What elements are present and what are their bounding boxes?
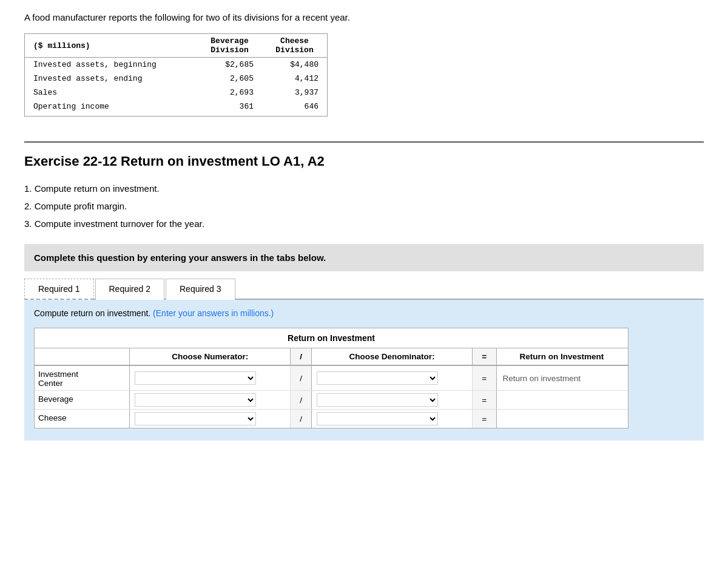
slash-cell: / <box>291 410 312 428</box>
roi-table-row: InvestmentCenter / = Return on investmen… <box>35 365 628 391</box>
numerator-select[interactable] <box>135 412 256 425</box>
result-cell: Return on investment <box>496 365 628 391</box>
data-table-wrapper: ($ millions) Beverage Division Cheese Di… <box>24 33 328 117</box>
beverage-value: 2,693 <box>197 86 262 100</box>
denominator-select[interactable] <box>317 412 438 425</box>
tab-req3[interactable]: Required 3 <box>166 279 235 300</box>
numerator-header: Choose Numerator: <box>130 348 291 365</box>
row-label-header <box>35 348 130 365</box>
cheese-col-header: Cheese Division <box>262 34 327 58</box>
roi-table-row: Beverage / = <box>35 391 628 410</box>
numerator-select[interactable] <box>135 371 256 385</box>
row-label: Sales <box>25 86 197 100</box>
instruction-item: 2. Compute profit margin. <box>24 198 704 214</box>
roi-row-label: Beverage <box>35 391 130 410</box>
tab-content: Compute return on investment. (Enter you… <box>24 300 704 441</box>
instructions-list: 1. Compute return on investment.2. Compu… <box>24 180 704 232</box>
tab-req2[interactable]: Required 2 <box>95 279 165 300</box>
result-cell <box>496 391 628 410</box>
tab-instruction: Compute return on investment. (Enter you… <box>34 308 694 318</box>
numerator-cell[interactable] <box>130 391 291 410</box>
section-divider <box>24 141 704 143</box>
tab-req1[interactable]: Required 1 <box>24 279 94 300</box>
instruction-bar: Complete this question by entering your … <box>24 244 704 271</box>
numerator-cell[interactable] <box>130 365 291 391</box>
cheese-value: $4,480 <box>262 58 327 72</box>
cheese-value: 3,937 <box>262 86 327 100</box>
denominator-select[interactable] <box>317 371 438 385</box>
slash-cell: / <box>291 391 312 410</box>
cheese-value: 4,412 <box>262 72 327 86</box>
table-row: Operating income 361 646 <box>25 100 327 116</box>
instruction-item: 3. Compute investment turnover for the y… <box>24 215 704 232</box>
roi-table: Choose Numerator: / Choose Denominator: … <box>35 348 628 428</box>
denominator-cell[interactable] <box>311 391 472 410</box>
table-row: Invested assets, ending 2,605 4,412 <box>25 72 327 86</box>
row-label: Operating income <box>25 100 197 116</box>
label-col-header: ($ millions) <box>25 34 197 58</box>
roi-title: Return on Investment <box>35 328 628 348</box>
denominator-select[interactable] <box>317 393 438 407</box>
beverage-value: 361 <box>197 100 262 116</box>
roi-row-label: Cheese <box>35 410 130 428</box>
equals-cell: = <box>472 365 496 391</box>
denominator-cell[interactable] <box>311 410 472 428</box>
denominator-header: Choose Denominator: <box>311 348 472 365</box>
equals-cell: = <box>472 391 496 410</box>
row-label: Invested assets, ending <box>25 72 197 86</box>
result-text: Return on investment <box>503 374 581 383</box>
roi-table-row: Cheese / = <box>35 410 628 428</box>
table-row: Invested assets, beginning $2,685 $4,480 <box>25 58 327 72</box>
numerator-cell[interactable] <box>130 410 291 428</box>
result-cell <box>496 410 628 428</box>
table-row: Sales 2,693 3,937 <box>25 86 327 100</box>
beverage-col-header: Beverage Division <box>197 34 262 58</box>
cheese-value: 646 <box>262 100 327 116</box>
row-label: Invested assets, beginning <box>25 58 197 72</box>
tab-instruction-hint: (Enter your answers in millions.) <box>153 308 274 318</box>
instruction-item: 1. Compute return on investment. <box>24 180 704 197</box>
tab-instruction-main: Compute return on investment. <box>34 308 150 318</box>
result-header: Return on Investment <box>496 348 628 365</box>
data-table: ($ millions) Beverage Division Cheese Di… <box>25 34 327 116</box>
page-container: A food manufacturer reports the followin… <box>0 0 728 453</box>
roi-section: Return on Investment Choose Numerator: /… <box>34 328 629 428</box>
slash-header: / <box>291 348 312 365</box>
beverage-value: $2,685 <box>197 58 262 72</box>
beverage-value: 2,605 <box>197 72 262 86</box>
equals-header: = <box>472 348 496 365</box>
slash-cell: / <box>291 365 312 391</box>
exercise-title: Exercise 22-12 Return on investment LO A… <box>24 154 704 169</box>
equals-cell: = <box>472 410 496 428</box>
denominator-cell[interactable] <box>311 365 472 391</box>
roi-row-label: InvestmentCenter <box>35 365 130 391</box>
numerator-select[interactable] <box>135 393 256 407</box>
intro-text: A food manufacturer reports the followin… <box>24 12 704 22</box>
tabs-container: Required 1Required 2Required 3 <box>24 271 704 300</box>
